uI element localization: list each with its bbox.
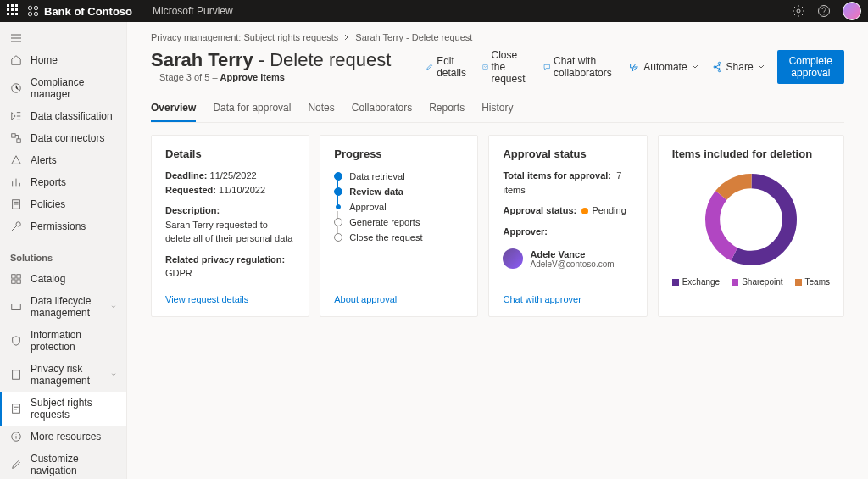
sidebar-item-label: Policies xyxy=(31,198,65,210)
sidebar-item-label: Alerts xyxy=(31,154,57,166)
privacy-risk-icon xyxy=(10,369,22,381)
detail-regulation: Related privacy regulation:GDPR xyxy=(165,253,295,281)
donut-chart xyxy=(700,169,802,270)
product-name: Microsoft Purview xyxy=(153,5,233,17)
approver-info: Adele VanceAdeleV@contoso.com xyxy=(503,248,632,269)
tab-bar: Overview Data for approval Notes Collabo… xyxy=(151,97,844,123)
sidebar-item-permissions[interactable]: Permissions xyxy=(0,215,126,237)
svg-rect-19 xyxy=(482,65,487,69)
sidebar-item-data-lifecycle[interactable]: Data lifecycle management xyxy=(0,290,126,324)
sidebar-item-compliance-manager[interactable]: Compliance manager xyxy=(0,71,126,105)
sidebar-item-label: Home xyxy=(31,54,58,66)
svg-point-10 xyxy=(16,222,20,226)
user-avatar[interactable] xyxy=(843,2,861,20)
sidebar-item-reports[interactable]: Reports xyxy=(0,171,126,193)
sidebar: Home Compliance manager Data classificat… xyxy=(0,22,127,479)
stage-indicator: Stage 3 of 5 – Approve items xyxy=(159,72,285,82)
tab-notes[interactable]: Notes xyxy=(308,97,334,122)
sidebar-item-label: Reports xyxy=(31,176,66,188)
collapse-sidebar-button[interactable] xyxy=(0,27,126,49)
sidebar-item-privacy-risk[interactable]: Privacy risk management xyxy=(0,358,126,392)
automate-icon xyxy=(628,61,640,73)
compliance-icon xyxy=(10,82,22,94)
chart-card: Items included for deletion Exchange Sha… xyxy=(658,135,844,317)
tab-data-for-approval[interactable]: Data for approval xyxy=(213,97,291,122)
about-approval-link[interactable]: About approval xyxy=(334,287,464,304)
sidebar-item-info-protection[interactable]: Information protection xyxy=(0,324,126,358)
chat-collaborators-button[interactable]: Chat with collaborators xyxy=(543,55,617,79)
edit-details-button[interactable]: Edit details xyxy=(426,55,470,79)
solutions-header: Solutions xyxy=(0,248,126,268)
page-title: Sarah Terry - Delete request xyxy=(151,49,391,70)
sidebar-item-customize-navigation[interactable]: Customize navigation xyxy=(0,448,126,479)
help-icon[interactable] xyxy=(817,4,831,18)
waffle-icon[interactable] xyxy=(7,4,20,18)
svg-rect-7 xyxy=(12,134,15,137)
breadcrumb-root[interactable]: Privacy management: Subject rights reque… xyxy=(151,32,338,42)
svg-rect-15 xyxy=(12,304,21,310)
complete-approval-button[interactable]: Complete approval xyxy=(777,50,844,84)
sidebar-item-label: Data connectors xyxy=(31,132,104,144)
sidebar-item-home[interactable]: Home xyxy=(0,49,126,71)
sidebar-item-data-connectors[interactable]: Data connectors xyxy=(0,127,126,149)
approver-avatar xyxy=(503,248,523,269)
chevron-down-icon xyxy=(691,63,699,71)
svg-rect-14 xyxy=(17,280,20,283)
sidebar-item-data-classification[interactable]: Data classification xyxy=(0,105,126,127)
card-title: Details xyxy=(165,148,295,160)
tab-overview[interactable]: Overview xyxy=(151,97,196,122)
sidebar-item-policies[interactable]: Policies xyxy=(0,193,126,215)
sidebar-item-more-resources[interactable]: More resources xyxy=(0,426,126,448)
tab-reports[interactable]: Reports xyxy=(429,97,465,122)
catalog-icon xyxy=(10,273,22,285)
card-title: Items included for deletion xyxy=(672,148,830,160)
status-dot-icon xyxy=(581,208,588,214)
sidebar-item-label: More resources xyxy=(31,431,101,443)
card-title: Approval status xyxy=(503,148,632,160)
svg-point-2 xyxy=(28,12,31,15)
home-icon xyxy=(10,54,22,66)
org-logo-icon xyxy=(27,5,39,17)
close-request-button[interactable]: Close the request xyxy=(482,49,531,85)
approval-total: Total items for approval: 7 items xyxy=(503,169,632,197)
progress-step: Close the request xyxy=(334,230,464,245)
chevron-down-icon xyxy=(757,63,765,71)
main-content: Privacy management: Subject rights reque… xyxy=(127,22,868,479)
sidebar-item-label: Subject rights requests xyxy=(31,397,116,421)
svg-point-4 xyxy=(797,9,800,13)
svg-point-0 xyxy=(28,6,31,9)
share-button[interactable]: Share xyxy=(711,61,765,73)
view-request-details-link[interactable]: View request details xyxy=(165,287,295,304)
close-request-icon xyxy=(482,61,488,73)
reports-icon xyxy=(10,176,22,188)
breadcrumb: Privacy management: Subject rights reque… xyxy=(151,32,844,42)
chat-with-approver-link[interactable]: Chat with approver xyxy=(503,287,632,304)
svg-point-1 xyxy=(34,6,37,9)
chat-icon xyxy=(543,61,551,73)
sidebar-item-label: Data classification xyxy=(31,110,113,122)
sidebar-item-label: Privacy risk management xyxy=(31,363,103,387)
tab-history[interactable]: History xyxy=(481,97,513,122)
automate-button[interactable]: Automate xyxy=(628,61,698,73)
svg-rect-11 xyxy=(12,275,15,278)
svg-rect-17 xyxy=(13,404,20,414)
protection-icon xyxy=(10,335,22,347)
classification-icon xyxy=(10,110,22,122)
brand-name: Bank of Contoso xyxy=(44,5,132,18)
sidebar-item-subject-rights-requests[interactable]: Subject rights requests xyxy=(0,392,126,426)
sidebar-item-catalog[interactable]: Catalog xyxy=(0,268,126,290)
edit-icon xyxy=(10,459,22,471)
detail-description: Description:Sarah Terry requested to del… xyxy=(165,203,295,246)
tab-collaborators[interactable]: Collaborators xyxy=(352,97,412,122)
alerts-icon xyxy=(10,154,22,166)
chevron-down-icon xyxy=(111,370,116,379)
chevron-right-icon xyxy=(343,34,350,41)
sidebar-item-label: Compliance manager xyxy=(31,76,116,100)
sidebar-item-alerts[interactable]: Alerts xyxy=(0,149,126,171)
settings-icon[interactable] xyxy=(792,4,805,18)
svg-rect-12 xyxy=(17,275,20,278)
approval-status: Approval status: Pending xyxy=(503,203,632,218)
sidebar-item-label: Permissions xyxy=(31,220,86,232)
requests-icon xyxy=(10,403,22,415)
progress-step: Data retrieval xyxy=(334,169,464,184)
